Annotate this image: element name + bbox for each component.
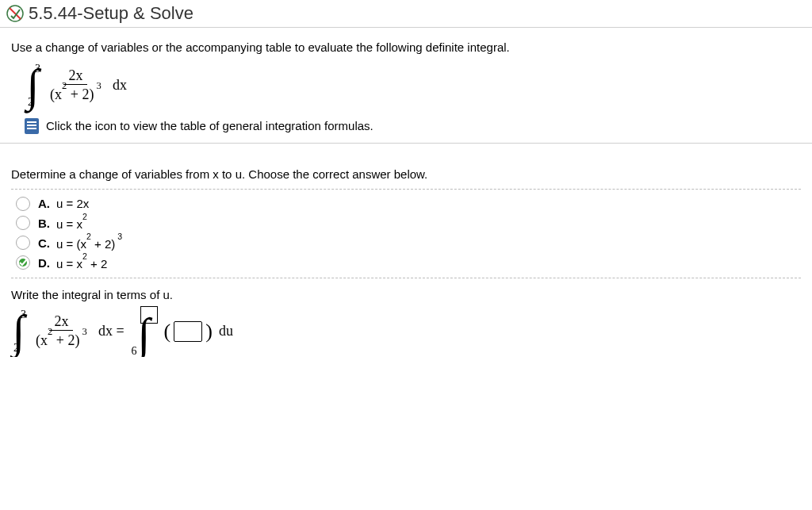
option-a-text: u = 2x [56,197,89,210]
radio-a[interactable] [16,197,30,211]
integrand-input[interactable] [174,321,202,342]
radio-c[interactable] [16,236,30,250]
integral-sign-icon: ∫ [13,319,25,344]
option-b[interactable]: B. u = x2 [11,213,801,233]
lhs-lower: 2 [11,343,19,354]
page-title: 5.5.44-Setup & Solve [29,3,193,24]
rhs-lower: 6 [129,346,137,357]
app-logo-icon [6,5,24,22]
lhs-numerator: 2x [49,313,73,331]
lhs-denominator: (x2 + 2) 3 [31,331,92,349]
option-c-text: u = (x2 + 2) 3 [56,236,122,251]
svg-rect-2 [27,121,36,123]
integral-sign-icon: ∫ [27,73,40,98]
definite-integral: 3 ∫ 2 2x (x2 + 2) 3 dx [25,63,801,108]
dx-label: dx [113,77,127,94]
dx-equals: dx = [98,323,124,339]
du-label: du [219,323,233,339]
integral-equation: 3 ∫ 2 2x (x2 + 2) 3 dx = ∫ 6 ( ) du [11,306,801,357]
integral-lower-bound: 2 [25,97,33,108]
answer-options: A. u = 2x B. u = x2 C. u = (x2 + 2) 3 D.… [11,189,801,278]
problem-prompt: Use a change of variables or the accompa… [11,40,801,54]
svg-rect-4 [27,128,36,129]
table-link-text[interactable]: Click the icon to view the table of gene… [46,119,373,132]
integrand-numerator: 2x [63,67,87,85]
section-divider [0,143,812,144]
content-area: Use a change of variables or the accompa… [0,28,812,135]
write-integral-prompt: Write the integral in terms of u. [11,288,801,301]
question-change-of-variables: Determine a change of variables from x t… [11,167,801,181]
option-a[interactable]: A. u = 2x [11,194,801,213]
integrand-denominator: (x2 + 2) 3 [45,85,106,103]
svg-rect-3 [27,125,36,126]
integral-sign-icon: ∫ [138,322,151,347]
option-b-text: u = x2 [56,216,87,231]
option-d[interactable]: D. u = x2 + 2 [11,253,801,273]
option-d-text: u = x2 + 2 [56,255,107,270]
page-header: 5.5.44-Setup & Solve [0,0,812,28]
option-c[interactable]: C. u = (x2 + 2) 3 [11,233,801,253]
table-link-icon[interactable] [24,117,40,135]
radio-b[interactable] [16,216,30,230]
radio-d[interactable] [16,255,30,270]
